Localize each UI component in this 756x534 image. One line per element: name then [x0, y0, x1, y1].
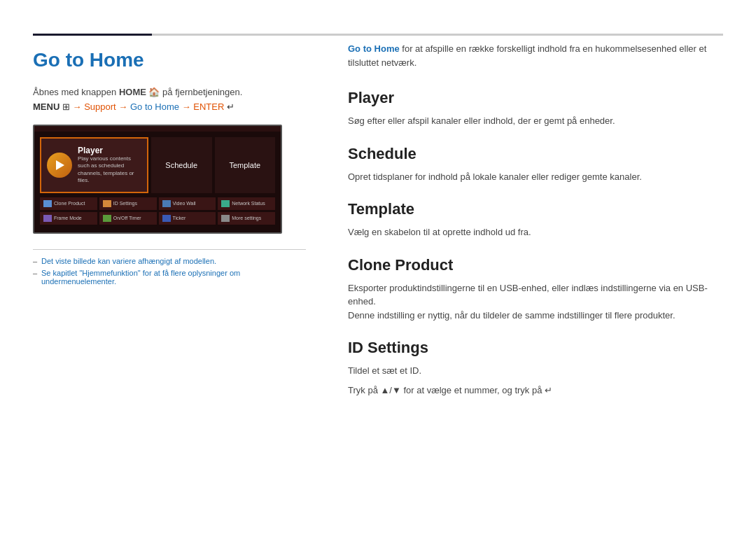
timer-icon-label: On/Off Timer [113, 216, 141, 220]
screen-icons-row1: Clone Product ID Settings Video Wall Net… [40, 197, 275, 210]
top-border-accent [33, 34, 152, 36]
right-intro-highlight: Go to Home [348, 43, 400, 54]
page-title: Go to Home [33, 49, 306, 71]
screen-content: Player Play various contents such as sch… [34, 132, 281, 232]
section-desc-player: Søg efter eller afspil kanaler eller ind… [348, 114, 723, 128]
network-icon-label: Network Status [232, 201, 265, 206]
right-column: Go to Home for at afspille en række fors… [334, 42, 723, 402]
intro-line1: Åbnes med knappen HOME 🏠 på fjernbetjeni… [33, 87, 306, 97]
menu-arrow1: → [73, 101, 85, 112]
right-intro: Go to Home for at afspille en række fors… [348, 42, 723, 69]
id-icon-label: ID Settings [113, 201, 137, 206]
note-section: Det viste billede kan variere afhængigt … [33, 249, 306, 286]
video-icon-label: Video Wall [173, 201, 196, 206]
screen-mockup: Player Play various contents such as sch… [33, 125, 282, 234]
menu-path: MENU ⊞ → Support → Go to Home → ENTER ↵ [33, 101, 306, 112]
frame-icon-box [43, 215, 52, 222]
ticker-icon-label: Ticker [173, 216, 186, 220]
note-text-1: Det viste billede kan variere afhængigt … [41, 257, 216, 265]
template-label: Template [229, 161, 260, 169]
intro-prefix: Åbnes med knappen [33, 87, 119, 97]
screen-icons-row2: Frame Mode On/Off Timer Ticker More sett… [40, 212, 275, 225]
player-icon [47, 153, 72, 178]
screen-icon-network: Network Status [218, 197, 275, 210]
more-icon-label: More settings [232, 216, 261, 220]
intro-suffix: på fjernbetjeningen. [160, 87, 243, 97]
screen-player-cell: Player Play various contents such as sch… [40, 137, 148, 193]
note-item-1: Det viste billede kan variere afhængigt … [33, 257, 306, 265]
top-border-line [152, 34, 723, 36]
menu-arrow3: → ENTER [179, 101, 227, 112]
screen-template-cell: Template [215, 137, 276, 193]
screen-icon-clone: Clone Product [40, 197, 97, 210]
right-intro-text: for at afspille en række forskelligt ind… [348, 43, 706, 68]
screen-schedule-cell: Schedule [151, 137, 212, 193]
intro-bold: HOME [119, 87, 146, 97]
menu-support: Support [84, 101, 116, 112]
more-icon-box [221, 215, 230, 222]
section-heading-schedule: Schedule [348, 145, 723, 163]
section-desc-clone: Eksporter produktindstillingerne til en … [348, 281, 723, 323]
menu-arrow2: → [116, 101, 130, 112]
section-heading-player: Player [348, 89, 723, 107]
schedule-label: Schedule [165, 161, 197, 169]
left-column: Go to Home Åbnes med knappen HOME 🏠 på f… [33, 42, 306, 402]
note-text-2: Se kapitlet "Hjemmefunktion" for at få f… [41, 269, 240, 286]
menu-enter-icon: ↵ [227, 101, 234, 112]
player-label: Player [78, 146, 141, 155]
player-text: Player Play various contents such as sch… [78, 146, 141, 185]
screen-top-bar [34, 126, 281, 132]
screen-main-row: Player Play various contents such as sch… [40, 137, 275, 193]
intro-home-icon: 🏠 [146, 87, 160, 97]
section-heading-id: ID Settings [348, 339, 723, 357]
section-desc-id-1: Tildel et sæt et ID. [348, 364, 723, 378]
player-sublabel: Play various contents such as scheduled … [78, 155, 141, 185]
timer-icon-box [103, 215, 111, 222]
section-heading-clone: Clone Product [348, 256, 723, 274]
frame-icon-label: Frame Mode [54, 216, 82, 220]
screen-icon-ticker: Ticker [159, 212, 216, 225]
network-icon-box [221, 200, 230, 207]
screen-icon-more: More settings [218, 212, 275, 225]
enter-icon: ↵ [545, 385, 552, 395]
section-desc-schedule: Opret tidsplaner for indhold på lokale k… [348, 170, 723, 184]
top-border [33, 34, 723, 36]
clone-icon-box [43, 200, 52, 207]
clone-icon-label: Clone Product [54, 201, 85, 206]
menu-prefix: MENU [33, 101, 62, 112]
note-item-2: Se kapitlet "Hjemmefunktion" for at få f… [33, 269, 306, 286]
screen-icon-timer: On/Off Timer [99, 212, 157, 225]
video-icon-box [162, 200, 171, 207]
screen-icon-video: Video Wall [159, 197, 216, 210]
id-icon-box [103, 200, 111, 207]
section-desc-template: Vælg en skabelon til at oprette indhold … [348, 225, 723, 239]
menu-icon: ⊞ [62, 101, 73, 112]
section-desc-id-2: Tryk på ▲/▼ for at vælge et nummer, og t… [348, 384, 723, 398]
menu-link: Go to Home [130, 101, 179, 112]
section-heading-template: Template [348, 200, 723, 218]
screen-icon-id: ID Settings [99, 197, 157, 210]
screen-icon-frame: Frame Mode [40, 212, 97, 225]
ticker-icon-box [162, 215, 171, 222]
